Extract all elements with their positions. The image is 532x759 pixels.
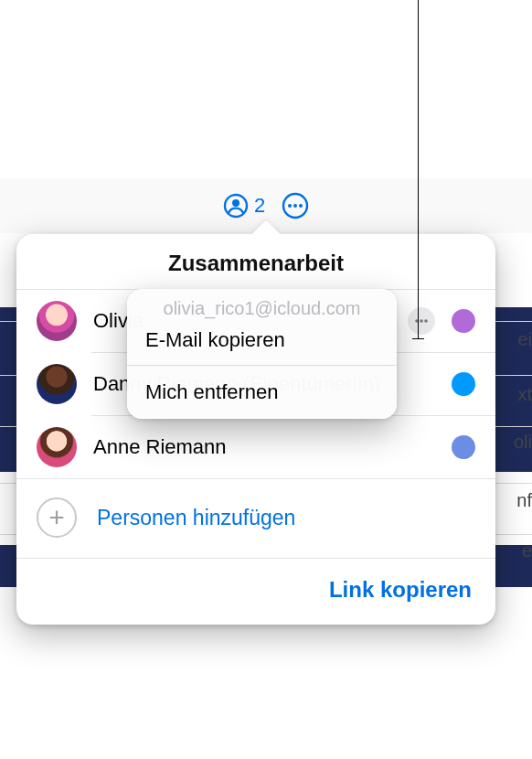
copy-email-menu-item[interactable]: E-Mail kopieren bbox=[127, 319, 397, 365]
person-icon bbox=[223, 193, 249, 219]
participant-count: 2 bbox=[254, 194, 265, 218]
ellipsis-icon bbox=[413, 313, 430, 329]
participant-color-dot bbox=[452, 372, 475, 396]
participant-name: Anne Riemann bbox=[93, 435, 435, 459]
svg-point-5 bbox=[299, 204, 303, 208]
callout-leader-line bbox=[418, 0, 419, 338]
participant-color-dot bbox=[452, 435, 475, 459]
svg-point-8 bbox=[424, 319, 428, 323]
bg-text-fragment: oli bbox=[514, 432, 532, 453]
participant-row[interactable]: Anne Riemann bbox=[16, 416, 495, 478]
copy-link-button[interactable]: Link kopieren bbox=[329, 577, 472, 603]
context-menu-email: olivia_rico1@icloud.com bbox=[127, 289, 397, 319]
bg-text-fragment: e bbox=[522, 540, 532, 561]
participant-context-menu: olivia_rico1@icloud.com E-Mail kopieren … bbox=[127, 289, 397, 419]
svg-point-3 bbox=[288, 204, 292, 208]
popover-title: Zusammenarbeit bbox=[16, 234, 495, 289]
svg-point-4 bbox=[293, 204, 297, 208]
svg-point-7 bbox=[420, 319, 423, 323]
participant-color-dot bbox=[452, 309, 475, 333]
add-people-button[interactable]: + Personen hinzufügen bbox=[16, 479, 495, 558]
remove-me-menu-item[interactable]: Mich entfernen bbox=[127, 366, 397, 419]
ellipsis-circle-icon bbox=[282, 192, 309, 219]
avatar bbox=[37, 427, 77, 467]
add-people-label: Personen hinzufügen bbox=[97, 506, 295, 530]
bg-text-fragment: nf bbox=[516, 490, 532, 511]
bg-text-fragment: ei bbox=[517, 329, 532, 350]
avatar bbox=[37, 301, 77, 341]
plus-circle-icon: + bbox=[37, 497, 77, 538]
avatar bbox=[37, 364, 77, 404]
participant-more-button[interactable] bbox=[408, 307, 435, 335]
collaborators-button[interactable]: 2 bbox=[223, 193, 265, 219]
bg-text-fragment: xt bbox=[517, 384, 532, 405]
more-menu-button[interactable] bbox=[282, 192, 309, 219]
svg-point-1 bbox=[232, 199, 239, 207]
